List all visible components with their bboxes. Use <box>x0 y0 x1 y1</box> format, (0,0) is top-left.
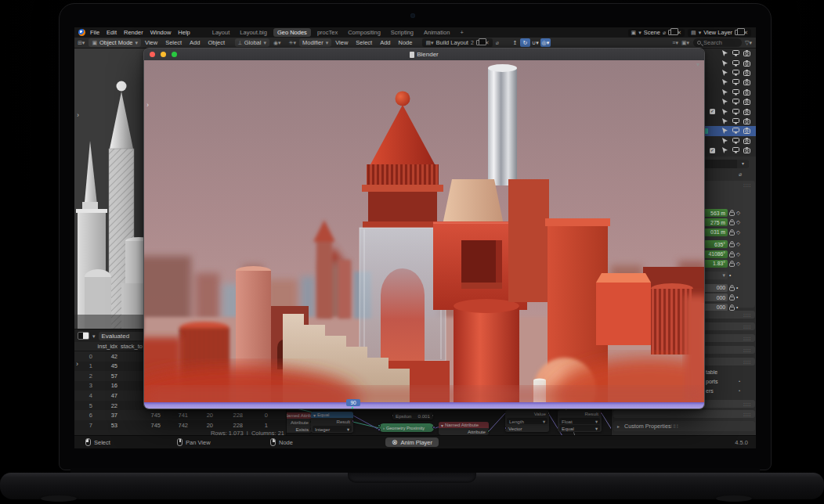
keyframe-icon[interactable]: ◇ <box>736 229 740 236</box>
hide-render-icon[interactable] <box>743 79 750 85</box>
hide-render-icon[interactable] <box>743 109 750 115</box>
selectable-icon[interactable] <box>721 138 728 144</box>
render-window[interactable]: Blender ▾ › <box>143 48 705 409</box>
tab-layout-big[interactable]: Layout.big <box>236 28 271 37</box>
hide-render-icon[interactable] <box>743 147 750 153</box>
keyframe-icon[interactable]: ◇ <box>736 209 740 217</box>
animate-dot-icon[interactable]: • <box>739 388 740 393</box>
hide-viewport-icon[interactable] <box>732 99 739 105</box>
ne-menu-view[interactable]: View <box>335 39 348 46</box>
hide-viewport-icon[interactable] <box>732 60 739 67</box>
new-scene-icon[interactable] <box>668 30 674 35</box>
panel-drag-handle[interactable]: ∷∷ <box>743 182 751 188</box>
tab-layout[interactable]: Layout <box>208 28 234 37</box>
lock-icon[interactable] <box>729 304 735 311</box>
lock-icon[interactable] <box>729 251 735 257</box>
lock-icon[interactable] <box>729 285 735 291</box>
view-layer-selector[interactable]: ▤ ▾ View Layer ✕ <box>688 29 751 37</box>
hide-render-icon[interactable] <box>743 60 750 67</box>
node-named-attribute-2[interactable]: ▾Named Attribute Attribute <box>439 422 489 435</box>
data-type-select[interactable]: Float▾ <box>559 418 600 424</box>
keyframe-icon[interactable]: ◇ <box>736 260 740 268</box>
users-count-badge[interactable]: 2 <box>471 40 474 45</box>
node-vector-math[interactable]: Value Length▾ Vector <box>505 410 549 432</box>
selectable-icon[interactable] <box>721 79 728 85</box>
hide-viewport-icon[interactable] <box>732 50 739 56</box>
selectable-icon[interactable] <box>721 109 728 115</box>
node-epsilon-field[interactable]: Epsilon0.001 <box>392 412 433 419</box>
tab-compositing[interactable]: Compositing <box>344 28 385 37</box>
chevron-down-icon[interactable]: ▾ <box>696 61 699 68</box>
blender-logo-icon[interactable] <box>78 29 85 36</box>
menu-window[interactable]: Window <box>150 29 172 36</box>
hide-viewport-icon[interactable] <box>732 128 739 134</box>
spreadsheet-row[interactable]: 7537457422022810. <box>74 420 286 430</box>
playback-timeline[interactable]: 90 <box>144 402 704 409</box>
sidebar-toggle-icon[interactable]: › <box>76 361 78 368</box>
vp-menu-add[interactable]: Add <box>190 39 200 46</box>
hide-render-icon[interactable] <box>743 128 750 134</box>
exclude-checkbox[interactable]: ✓ <box>710 109 715 114</box>
node-named-attribute-1[interactable]: Named Attribute Attribute Exists <box>287 412 312 433</box>
keyframe-icon[interactable]: ◇ <box>736 240 740 248</box>
keyframe-icon[interactable]: ◇ <box>736 218 740 226</box>
ne-menu-select[interactable]: Select <box>356 39 372 46</box>
vp-menu-select[interactable]: Select <box>165 39 182 46</box>
selectable-icon[interactable] <box>721 99 728 105</box>
keyframe-icon[interactable]: ◇ <box>736 250 740 258</box>
tab-geo-nodes[interactable]: Geo Nodes <box>273 28 311 37</box>
animate-dot-icon[interactable]: • <box>736 284 738 292</box>
hide-render-icon[interactable] <box>743 70 750 76</box>
filter-collection-icon[interactable]: ▣▾ <box>681 40 689 45</box>
scene-selector[interactable]: ▣ ▾ Scene ⌀ ✕ <box>628 29 685 37</box>
lock-icon[interactable] <box>729 229 735 236</box>
pivot-point-icon[interactable]: ◉▾ <box>273 40 281 45</box>
hide-viewport-icon[interactable] <box>732 138 739 144</box>
overlays-icon[interactable]: ◎▾ <box>540 38 551 47</box>
selectable-icon[interactable] <box>721 118 728 124</box>
node-editor-icon[interactable]: ✳▾ <box>289 40 296 45</box>
editor-type-icon[interactable]: ⊞▾ <box>78 40 85 45</box>
render-window-titlebar[interactable]: Blender <box>144 49 704 60</box>
custom-properties-panel[interactable]: ▸ Custom Properties ∷∷ <box>613 421 755 431</box>
lock-icon[interactable] <box>729 294 735 301</box>
sidebar-toggle-icon[interactable]: › <box>146 102 149 109</box>
auto-refresh-icon[interactable]: ↻ <box>520 38 530 47</box>
panel-header[interactable]: ∷∷ <box>613 410 755 418</box>
anim-player-indicator[interactable]: ⊗ Anim Player <box>385 437 439 447</box>
outliner-search-input[interactable]: Search <box>693 38 742 47</box>
panel-drag-handle[interactable]: ∷∷ <box>671 423 678 430</box>
operation-select[interactable]: Equal▾ <box>559 425 600 431</box>
lock-icon[interactable] <box>729 219 735 225</box>
copy-icon[interactable] <box>476 40 482 45</box>
sidebar-toggle-icon[interactable]: › <box>77 112 79 119</box>
animate-dot-icon[interactable]: • <box>729 272 731 279</box>
hide-viewport-icon[interactable] <box>732 147 739 153</box>
hide-viewport-icon[interactable] <box>732 89 739 95</box>
hide-viewport-icon[interactable] <box>732 70 739 76</box>
tab-animation[interactable]: Animation <box>420 28 454 37</box>
node-compare-integer[interactable]: ▾Equal Result Integer▾ <box>311 412 353 433</box>
exclude-checkbox[interactable]: ✓ <box>710 148 715 153</box>
chevron-down-icon[interactable]: ▾ <box>737 160 749 168</box>
tab-add-workspace[interactable]: + <box>456 28 467 37</box>
hide-viewport-icon[interactable] <box>732 109 739 115</box>
vp-menu-object[interactable]: Object <box>208 39 225 46</box>
hide-render-icon[interactable] <box>743 118 750 124</box>
selectable-icon[interactable] <box>721 50 728 56</box>
selectable-icon[interactable] <box>721 60 728 67</box>
hide-render-icon[interactable] <box>743 89 750 95</box>
selectable-icon[interactable] <box>721 70 728 76</box>
menu-render[interactable]: Render <box>124 29 143 36</box>
lock-icon[interactable] <box>729 261 735 267</box>
node-group-selector[interactable]: ▤▾ Build Layout 2 ✕ <box>422 38 492 47</box>
tab-proctex[interactable]: procTex <box>313 28 342 37</box>
spreadsheet-row[interactable]: 6377457412022800. <box>74 410 286 420</box>
ne-menu-add[interactable]: Add <box>380 39 390 46</box>
hide-viewport-icon[interactable] <box>732 118 739 124</box>
node-group-name[interactable]: Build Layout <box>436 39 468 46</box>
node-compare-float[interactable]: Result Float▾ Equal▾ <box>558 410 602 432</box>
view-layer-name[interactable]: View Layer <box>703 29 732 36</box>
parent-up-icon[interactable]: ↥ <box>510 38 520 47</box>
operation-select[interactable]: Length▾ <box>507 418 548 424</box>
